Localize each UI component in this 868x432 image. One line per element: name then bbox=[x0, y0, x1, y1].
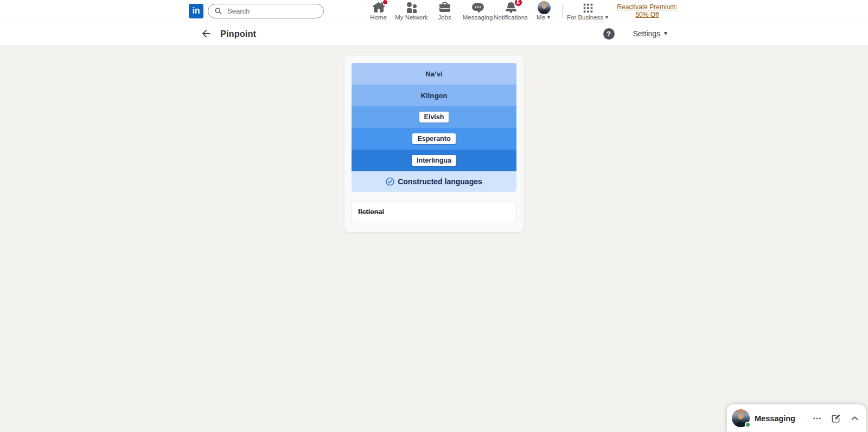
grid-icon bbox=[582, 1, 594, 14]
nav-item-my-network[interactable]: My Network bbox=[395, 0, 428, 22]
compose-icon bbox=[831, 414, 841, 423]
jobs-icon bbox=[438, 1, 451, 14]
nav-item-home[interactable]: Home bbox=[362, 0, 395, 22]
clue-row: Klingon bbox=[352, 85, 516, 106]
page-title: Pinpoint bbox=[220, 29, 256, 39]
nav-item-jobs[interactable]: Jobs bbox=[428, 0, 461, 22]
linkedin-logo[interactable]: in bbox=[189, 4, 203, 18]
nav-items: Home My Network Jobs Messaging bbox=[362, 0, 560, 22]
messaging-icon bbox=[471, 1, 484, 14]
nav-label-for-business: For Business▼ bbox=[567, 15, 609, 21]
global-nav: in Home My Network bbox=[0, 0, 868, 22]
nav-label-messaging: Messaging bbox=[463, 15, 493, 21]
expand-collapse-button[interactable] bbox=[850, 414, 859, 423]
check-circle-icon bbox=[386, 177, 394, 186]
messaging-avatar bbox=[732, 409, 750, 427]
clue-label: Klingon bbox=[420, 92, 447, 100]
ellipsis-menu-button[interactable] bbox=[812, 414, 822, 423]
home-icon bbox=[372, 1, 385, 14]
nav-item-me[interactable]: Me▼ bbox=[527, 0, 560, 22]
premium-upsell-link[interactable]: Reactivate Premium: 50% Off bbox=[615, 3, 679, 19]
clue-row: Interlingua bbox=[352, 150, 516, 171]
settings-dropdown[interactable]: Settings ▼ bbox=[633, 29, 669, 38]
back-button[interactable] bbox=[200, 27, 213, 40]
back-icon bbox=[200, 28, 212, 40]
clue-stack-wrapper: Na’viKlingonElvishEsperantoInterlingua C… bbox=[352, 63, 516, 192]
clue-stack: Na’viKlingonElvishEsperantoInterlingua bbox=[352, 63, 516, 171]
clue-row: Na’vi bbox=[352, 63, 516, 85]
clue-label: Interlingua bbox=[412, 155, 456, 166]
clue-label: Elvish bbox=[419, 112, 449, 122]
home-notification-dot bbox=[382, 0, 388, 5]
nav-item-messaging[interactable]: Messaging bbox=[461, 0, 494, 22]
guess-text: fictional bbox=[358, 208, 384, 216]
clue-label: Na’vi bbox=[425, 70, 443, 78]
compose-message-button[interactable] bbox=[831, 414, 841, 423]
messaging-dock[interactable]: Messaging bbox=[727, 404, 866, 432]
nav-label-me: Me▼ bbox=[537, 15, 551, 21]
me-avatar bbox=[538, 1, 551, 14]
nav-item-for-business[interactable]: For Business▼ bbox=[566, 1, 610, 21]
caret-down-icon: ▼ bbox=[546, 15, 551, 20]
presence-dot bbox=[745, 422, 751, 428]
main-content: Na’viKlingonElvishEsperantoInterlingua C… bbox=[0, 45, 868, 432]
clue-label: Esperanto bbox=[412, 133, 455, 144]
nav-divider bbox=[562, 4, 563, 18]
chevron-up-icon bbox=[850, 414, 859, 423]
nav-label-home: Home bbox=[370, 15, 387, 21]
game-header: Pinpoint ? Settings ▼ bbox=[0, 22, 868, 45]
messaging-dock-actions bbox=[812, 414, 859, 423]
premium-line2: 50% Off bbox=[615, 11, 679, 18]
search-bar[interactable] bbox=[208, 4, 324, 18]
caret-down-icon: ▼ bbox=[663, 31, 668, 36]
search-icon bbox=[214, 7, 222, 15]
game-header-inner: Pinpoint ? Settings ▼ bbox=[200, 27, 668, 40]
help-icon: ? bbox=[607, 30, 611, 38]
nav-item-notifications[interactable]: 5 Notifications bbox=[494, 0, 527, 22]
clue-row: Esperanto bbox=[352, 128, 516, 150]
notifications-badge: 5 bbox=[514, 0, 522, 7]
notifications-icon: 5 bbox=[505, 1, 518, 14]
game-card: Na’viKlingonElvishEsperantoInterlingua C… bbox=[344, 56, 524, 232]
premium-line1: Reactivate Premium: bbox=[615, 3, 679, 11]
guess-input[interactable]: fictional bbox=[352, 202, 516, 222]
nav-label-my-network: My Network bbox=[395, 15, 428, 21]
help-button[interactable]: ? bbox=[603, 28, 615, 40]
global-nav-inner: in Home My Network bbox=[189, 0, 679, 22]
nav-label-notifications: Notifications bbox=[494, 15, 528, 21]
settings-label: Settings bbox=[633, 29, 661, 38]
search-input[interactable] bbox=[226, 7, 317, 16]
my-network-icon bbox=[405, 1, 418, 14]
ellipsis-icon bbox=[812, 414, 822, 423]
caret-down-icon: ▼ bbox=[604, 15, 609, 20]
nav-label-jobs: Jobs bbox=[438, 15, 451, 21]
answer-label: Constructed languages bbox=[398, 177, 482, 186]
messaging-dock-title: Messaging bbox=[755, 414, 795, 423]
header-actions: ? Settings ▼ bbox=[603, 28, 669, 40]
clue-row: Elvish bbox=[352, 106, 516, 128]
answer-row: Constructed languages bbox=[352, 171, 516, 192]
